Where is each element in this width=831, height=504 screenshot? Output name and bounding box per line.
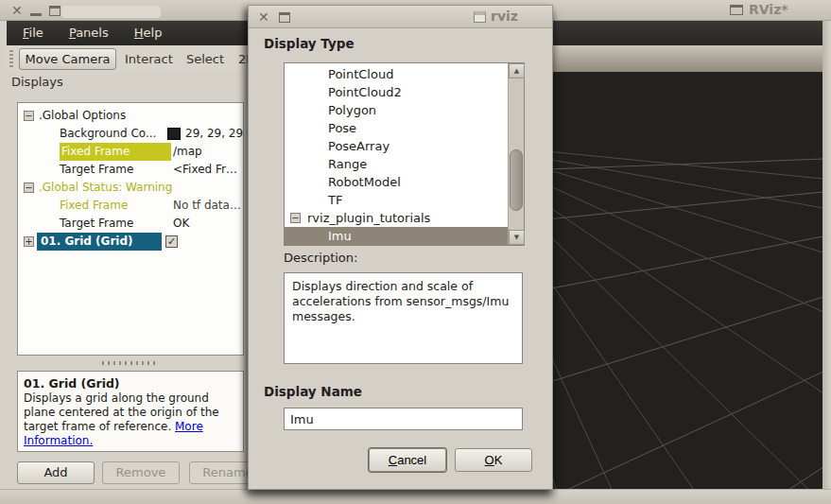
tree-label: Target Frame [60, 215, 133, 233]
tree-row-status-target-frame[interactable]: Target Frame OK [19, 215, 244, 233]
collapse-icon[interactable]: − [24, 182, 34, 193]
ground-grid [546, 72, 823, 489]
enabled-checkbox[interactable]: ✓ [165, 235, 178, 248]
list-item[interactable]: Polygon [285, 101, 509, 119]
menu-help[interactable]: Help [124, 21, 173, 45]
cancel-button[interactable]: Cancel [369, 448, 446, 472]
dialog-window-icon [474, 11, 486, 23]
scroll-down-icon[interactable]: ▼ [509, 230, 525, 245]
displays-tree: − .Global Options Background Co... 29, 2… [17, 102, 244, 356]
window-right-border [822, 21, 831, 489]
add-button[interactable]: Add [17, 461, 95, 484]
description-box: Displays direction and scale of accelera… [284, 272, 523, 364]
toolbar-right-section [545, 45, 823, 72]
tree-value[interactable]: 29, 29, 29 [185, 125, 244, 143]
tree-row-fixed-frame[interactable]: Fixed Frame /map [19, 143, 244, 161]
dialog-title: rviz [491, 9, 518, 24]
list-item[interactable]: RobotModel [285, 173, 509, 191]
expand-icon[interactable]: + [24, 236, 34, 247]
list-item[interactable]: PointCloud [285, 65, 509, 83]
interact-button[interactable]: Interact [125, 48, 173, 70]
toolbar-grip[interactable] [9, 50, 13, 67]
display-type-heading: Display Type [264, 36, 355, 51]
list-item-imu-selected[interactable]: Imu [285, 227, 509, 245]
selected-display-row[interactable]: 01. Grid (Grid) [37, 233, 162, 251]
scroll-up-icon[interactable]: ▲ [509, 63, 525, 78]
group-label: rviz_plugin_tutorials [307, 211, 430, 225]
tree-row-grid-display[interactable]: + 01. Grid (Grid) ✓ [19, 233, 244, 251]
scrollbar-thumb[interactable] [510, 149, 523, 211]
tree-label: .Global Options [39, 107, 126, 125]
dialog-maximize-icon[interactable] [279, 12, 290, 23]
window-icon [730, 5, 743, 15]
displays-panel-title: Displays [11, 75, 63, 89]
color-swatch[interactable] [167, 128, 181, 140]
panel-splitter[interactable] [102, 361, 159, 365]
titlebar-highlight [61, 6, 161, 18]
display-name-input[interactable] [284, 408, 523, 430]
tree-row-status-fixed-frame[interactable]: Fixed Frame No tf data. ... [19, 197, 244, 215]
minimize-icon[interactable] [30, 13, 42, 16]
window-bottom-bar [0, 489, 831, 504]
tree-row-global-options[interactable]: − .Global Options [19, 107, 244, 125]
list-item[interactable]: Range [285, 155, 509, 173]
list-item[interactable]: PointCloud2 [285, 83, 509, 101]
move-camera-button[interactable]: Move Camera [19, 48, 116, 70]
menu-panels[interactable]: Panels [59, 21, 119, 45]
tree-label-warning: Fixed Frame [60, 197, 128, 215]
close-icon[interactable]: ✕ [11, 0, 23, 21]
tree-value[interactable]: <Fixed Fram... [173, 161, 243, 179]
collapse-icon[interactable]: − [290, 213, 301, 223]
tree-row-target-frame[interactable]: Target Frame <Fixed Fram... [19, 161, 244, 179]
display-name-heading: Display Name [264, 384, 362, 399]
tree-value: OK [173, 215, 243, 233]
tree-value: No tf data. ... [173, 197, 243, 215]
render-viewport[interactable] [546, 72, 823, 489]
list-item[interactable]: Pose [285, 119, 509, 137]
rviz-main-window: ✕ RViz* File Panels Help Move Camera Int… [0, 0, 831, 504]
dialog-close-icon[interactable]: ✕ [258, 7, 269, 27]
tree-row-background-color[interactable]: Background Co... 29, 29, 29 [19, 125, 244, 143]
tree-label: Target Frame [60, 161, 133, 179]
add-display-dialog: ✕ rviz Display Type PointCloud PointClou… [248, 5, 553, 490]
selection-description-panel: 01. Grid (Grid) Displays a grid along th… [17, 371, 244, 452]
tree-label: Background Co... [60, 125, 156, 143]
select-button[interactable]: Select [186, 48, 224, 70]
dialog-titlebar[interactable]: ✕ rviz [249, 6, 552, 28]
description-label: Description: [284, 251, 357, 265]
tree-value[interactable]: /map [173, 143, 243, 161]
list-item[interactable]: PoseArray [285, 137, 509, 155]
tree-row-global-status[interactable]: − .Global Status: Warning [19, 179, 244, 197]
remove-button[interactable]: Remove [102, 461, 180, 484]
display-type-list: PointCloud PointCloud2 Polygon Pose Pose… [284, 62, 525, 246]
maximize-icon[interactable] [49, 6, 61, 16]
ok-button[interactable]: OK [455, 448, 532, 472]
tree-label-warning: .Global Status: Warning [39, 179, 172, 197]
collapse-icon[interactable]: − [24, 111, 34, 121]
list-scrollbar[interactable]: ▲ ▼ [508, 63, 524, 245]
list-group-plugin-tutorials[interactable]: − rviz_plugin_tutorials [285, 209, 509, 227]
menu-file[interactable]: File [12, 21, 54, 45]
window-title: RViz* [749, 2, 788, 17]
list-item[interactable]: TF [285, 191, 509, 209]
selection-title: 01. Grid (Grid) [24, 376, 120, 391]
highlighted-property[interactable]: Fixed Frame [60, 143, 171, 161]
